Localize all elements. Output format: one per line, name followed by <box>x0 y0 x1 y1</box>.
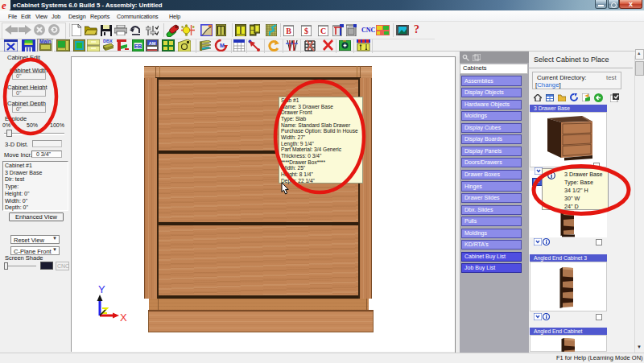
svg-text:M: M <box>220 43 225 48</box>
svg-text:EB: EB <box>134 43 142 49</box>
svg-text:Y: Y <box>98 283 105 295</box>
svg-text:$: $ <box>304 27 308 35</box>
svg-text:B: B <box>286 27 291 35</box>
svg-text:C: C <box>320 27 326 35</box>
svg-text:X: X <box>120 311 127 324</box>
svg-text:AM: AM <box>149 41 156 46</box>
